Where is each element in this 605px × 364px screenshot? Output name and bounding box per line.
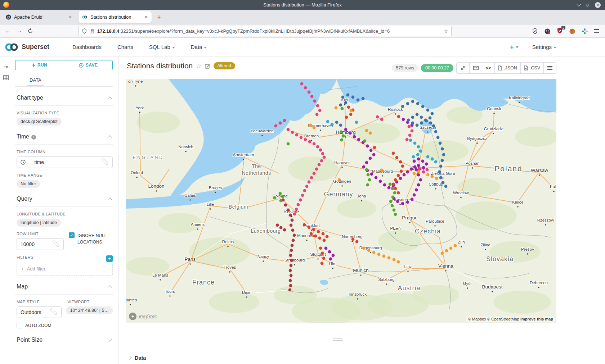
window-close-button[interactable]: ×: [595, 2, 601, 8]
permissions-shield-icon[interactable]: [82, 28, 87, 34]
tab-stations-distribution[interactable]: Stations distribution ×: [78, 11, 152, 23]
osm-attribution-link[interactable]: © OpenStreetMap: [487, 317, 519, 321]
export-csv-button[interactable]: .CSV: [520, 63, 543, 73]
brand-name[interactable]: Superset: [22, 43, 49, 51]
nav-dashboards[interactable]: Dashboards: [72, 44, 102, 50]
improve-map-link[interactable]: Improve this map: [520, 317, 553, 321]
tab-label: Stations distribution: [90, 14, 144, 20]
lonlat-value[interactable]: longitude | latitude: [17, 219, 61, 227]
url-text[interactable]: 172.18.0.4:32251/superset/explore/?form_…: [97, 28, 442, 34]
multi-account-extension-icon[interactable]: [544, 28, 551, 35]
svg-text:on Tyne: on Tyne: [128, 79, 143, 83]
svg-text:Strasbourg: Strasbourg: [284, 258, 305, 262]
nav-data[interactable]: Data: [191, 44, 207, 50]
section-chart-type: Chart type VISUALIZATION TYPE deck.gl Sc…: [15, 95, 113, 126]
settings-menu[interactable]: Settings: [532, 44, 556, 50]
filters-label: FILTERS: [17, 255, 33, 259]
reload-button[interactable]: [27, 28, 33, 34]
file-x-icon: [524, 65, 528, 70]
time-range-value[interactable]: No filter: [17, 180, 40, 188]
section-header[interactable]: Query: [15, 196, 113, 207]
chevron-up-icon: [108, 135, 112, 139]
svg-text:Jena: Jena: [357, 194, 367, 198]
pocket-extension-icon[interactable]: [532, 28, 538, 34]
caret-down-icon: [516, 46, 519, 48]
chevron-up-icon: [108, 285, 112, 289]
deckgl-scatterplot[interactable]: on TyneYorkENGLANDNorwichOxfordLondonAms…: [126, 79, 556, 323]
chart-menu-button[interactable]: [543, 63, 556, 73]
tab-data[interactable]: DATA: [27, 74, 44, 86]
pinwheel-extension-icon[interactable]: [582, 28, 588, 35]
svg-text:Calais: Calais: [184, 193, 196, 197]
svg-text:Rostock: Rostock: [388, 107, 403, 112]
export-json-button[interactable]: .JSON: [494, 63, 520, 73]
ignore-null-checkbox[interactable]: ✓: [69, 232, 75, 238]
section-header[interactable]: Chart type: [15, 95, 113, 106]
svg-text:Salzburg: Salzburg: [378, 277, 394, 282]
section-header[interactable]: Timei: [15, 133, 113, 145]
edit-properties-icon[interactable]: [205, 63, 210, 69]
tab-close-icon[interactable]: ×: [144, 14, 148, 20]
map-canvas[interactable]: on TyneYorkENGLANDNorwichOxfordLondonAms…: [126, 79, 556, 323]
time-column-select[interactable]: __time: [17, 156, 113, 168]
window-shade-icon[interactable]: [577, 2, 581, 6]
row-limit-select[interactable]: 10000: [17, 238, 64, 250]
favorite-star-icon[interactable]: ☆: [196, 62, 201, 70]
svg-text:London: London: [148, 183, 164, 189]
viewport-value[interactable]: 10° 24' 49.86" | 5…: [66, 306, 113, 314]
svg-text:Göttingen: Göttingen: [333, 179, 351, 183]
section-header[interactable]: Map: [15, 283, 113, 295]
embed-code-button[interactable]: <>: [482, 63, 494, 73]
resize-grip[interactable]: [333, 338, 343, 342]
add-filter-plus-button[interactable]: +: [106, 255, 113, 262]
altered-badge[interactable]: Altered: [214, 62, 235, 69]
section-header[interactable]: Point Size: [15, 337, 113, 347]
save-button[interactable]: SAVE: [64, 60, 113, 70]
svg-text:Amsterdam: Amsterdam: [233, 153, 254, 157]
tab-apache-druid[interactable]: Apache Druid ×: [2, 11, 76, 23]
browser-toolbar: ← → 172.18.0.4:32251/superset/explore/?f…: [0, 24, 605, 38]
viz-type-value[interactable]: deck.gl Scatterplot: [17, 118, 62, 126]
svg-text:Prešov: Prešov: [521, 247, 534, 251]
cookie-extension-icon[interactable]: [569, 28, 575, 35]
superset-logo[interactable]: [4, 42, 19, 52]
row-count-badge: 579 rows: [392, 64, 418, 72]
share-link-button[interactable]: [457, 63, 469, 73]
run-button[interactable]: RUN: [15, 60, 64, 70]
back-button[interactable]: ←: [3, 27, 14, 35]
mapbox-attribution-link[interactable]: © Mapbox: [468, 317, 486, 321]
bookmark-star-icon[interactable]: ☆: [444, 28, 448, 35]
mapbox-logo[interactable]: ✦ mapbox: [129, 313, 157, 320]
ublock-extension-icon[interactable]: 2: [557, 27, 563, 35]
svg-text:Zielona Góra: Zielona Góra: [431, 171, 455, 176]
expand-panel-icon[interactable]: ⇥: [0, 64, 12, 69]
svg-text:Plzeň: Plzeň: [390, 226, 401, 231]
auto-zoom-checkbox[interactable]: [17, 323, 22, 328]
email-button[interactable]: [469, 63, 482, 73]
lonlat-label: LONGITUDE & LATITUDE: [17, 212, 111, 216]
row-limit-label: ROW LIMIT: [17, 232, 62, 236]
svg-text:Austria: Austria: [398, 285, 420, 292]
new-item-button[interactable]: +: [510, 43, 519, 51]
svg-text:Slovakia: Slovakia: [486, 255, 514, 263]
svg-text:Debrecen: Debrecen: [530, 281, 548, 285]
forward-button[interactable]: →: [14, 27, 24, 35]
info-icon: i: [31, 135, 36, 140]
window-maximize-icon[interactable]: ◇: [586, 3, 589, 7]
data-panel-toggle[interactable]: Data: [128, 355, 146, 361]
svg-text:Mannheim: Mannheim: [297, 233, 317, 238]
control-panel: RUN SAVE DATA Chart type VISUALIZATION T…: [12, 56, 119, 364]
code-icon: <>: [486, 65, 491, 70]
superset-favicon: [82, 14, 88, 20]
nav-charts[interactable]: Charts: [117, 44, 133, 50]
nav-sql-lab[interactable]: SQL Lab: [149, 44, 175, 50]
menu-button[interactable]: [594, 28, 599, 34]
new-tab-button[interactable]: +: [157, 13, 161, 21]
map-style-select[interactable]: Outdoors: [17, 306, 62, 318]
datasource-grid-icon[interactable]: [3, 75, 9, 80]
add-filter-dropzone[interactable]: + Add filter: [17, 262, 113, 276]
insecure-lock-icon[interactable]: [90, 28, 95, 34]
svg-text:Germany: Germany: [324, 191, 353, 198]
tab-close-icon[interactable]: ×: [68, 14, 72, 20]
url-bar[interactable]: 172.18.0.4:32251/superset/explore/?form_…: [79, 26, 452, 36]
